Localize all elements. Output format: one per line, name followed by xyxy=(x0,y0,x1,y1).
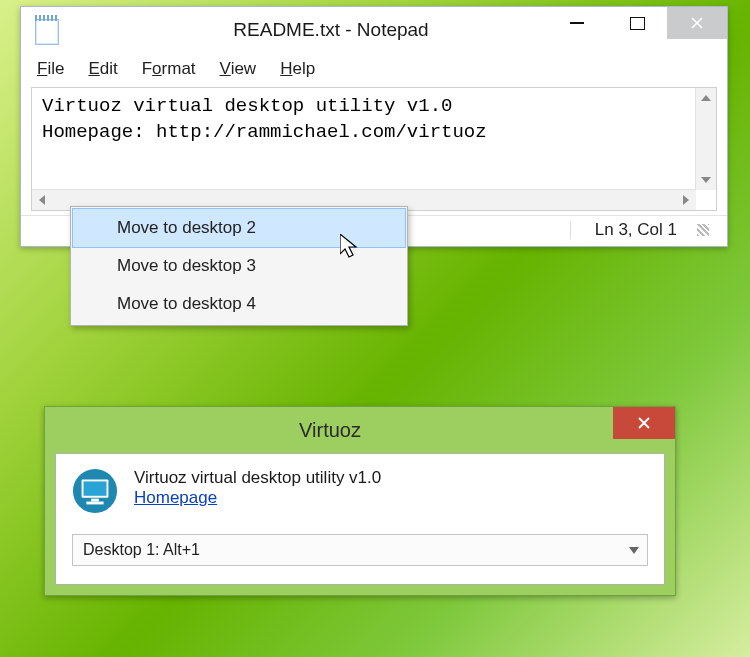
close-button[interactable] xyxy=(613,407,675,439)
svg-rect-7 xyxy=(84,481,107,495)
virtuoz-window: Virtuoz xyxy=(44,406,676,596)
notepad-menubar: File Edit Format View Help xyxy=(21,53,727,87)
virtuoz-app-icon xyxy=(72,468,118,514)
svg-marker-2 xyxy=(340,234,356,257)
virtuoz-title: Virtuoz xyxy=(45,419,675,442)
virtuoz-titlebar[interactable]: Virtuoz xyxy=(45,407,675,453)
desktop-selector-combobox[interactable]: Desktop 1: Alt+1 xyxy=(72,534,648,566)
scroll-right-icon[interactable] xyxy=(676,190,696,210)
virtuoz-homepage-link[interactable]: Homepage xyxy=(134,488,217,507)
svg-rect-9 xyxy=(86,502,103,505)
scroll-left-icon[interactable] xyxy=(32,190,52,210)
close-button[interactable] xyxy=(667,7,727,39)
resize-grip-icon[interactable] xyxy=(697,224,709,236)
close-icon xyxy=(637,416,651,430)
notepad-icon xyxy=(33,15,59,45)
close-icon xyxy=(690,16,704,30)
scroll-down-icon[interactable] xyxy=(696,170,716,190)
vertical-scrollbar[interactable] xyxy=(695,88,716,190)
menu-format[interactable]: Format xyxy=(138,57,200,81)
menu-edit[interactable]: Edit xyxy=(84,57,121,81)
scroll-up-icon[interactable] xyxy=(696,88,716,108)
desktop-selector-value: Desktop 1: Alt+1 xyxy=(83,541,200,559)
virtuoz-body: Virtuoz virtual desktop utility v1.0 Hom… xyxy=(55,453,665,585)
svg-rect-8 xyxy=(91,499,99,502)
menu-file[interactable]: File xyxy=(33,57,68,81)
menu-help[interactable]: Help xyxy=(276,57,319,81)
context-menu: Move to desktop 2 Move to desktop 3 Move… xyxy=(70,206,408,326)
mouse-cursor-icon xyxy=(340,234,362,262)
virtuoz-headline: Virtuoz virtual desktop utility v1.0 xyxy=(134,468,381,488)
status-caret-position: Ln 3, Col 1 xyxy=(595,220,677,240)
chevron-down-icon xyxy=(629,547,639,554)
maximize-button[interactable] xyxy=(607,7,667,39)
notepad-titlebar[interactable]: README.txt - Notepad xyxy=(21,7,727,53)
desktop-background: README.txt - Notepad File Edit Format Vi… xyxy=(0,0,750,657)
context-menu-item-move-desktop-4[interactable]: Move to desktop 4 xyxy=(73,285,405,323)
menu-view[interactable]: View xyxy=(216,57,261,81)
notepad-body: Virtuoz virtual desktop utility v1.0 Hom… xyxy=(31,87,717,211)
minimize-button[interactable] xyxy=(547,7,607,39)
